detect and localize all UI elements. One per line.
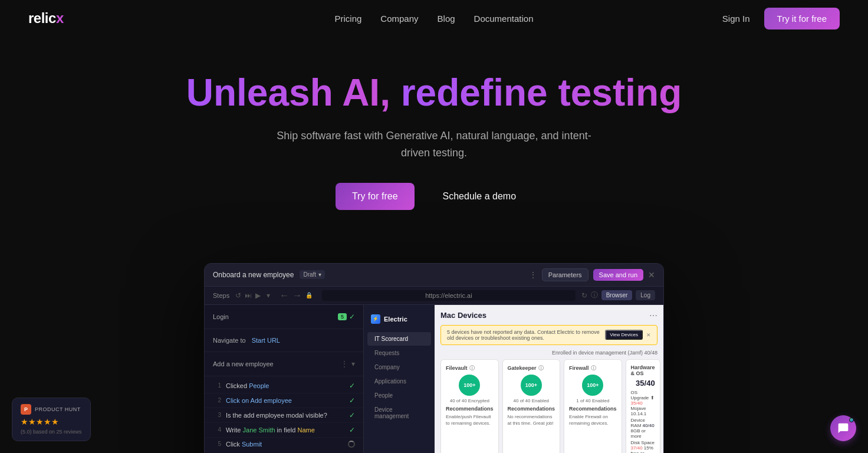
step-4-text: Write Jane Smith in field Name <box>226 426 344 434</box>
browser-view-button[interactable]: Browser <box>601 290 633 300</box>
demo-toolbar: Steps ↺ ⏭ ▶ ▾ ← → 🔒 https://electric.ai … <box>205 287 663 305</box>
gatekeeper-card: Gatekeeper ⓘ 100+ 40 of 40 Enabled Recom… <box>502 359 561 453</box>
gatekeeper-title: Gatekeeper ⓘ <box>508 365 555 372</box>
step-1-check-icon: ✓ <box>349 382 355 390</box>
firewall-card: Firewall ⓘ 100+ 1 of 40 Enabled Recommen… <box>564 359 622 453</box>
step-4-num: 4 <box>213 426 221 433</box>
mac-devices-header: Mac Devices ⋯ <box>440 311 657 320</box>
expand-icon[interactable]: ⋮ <box>341 360 348 368</box>
step-1-text: Clicked People <box>226 382 344 389</box>
demo-right-panel: ⚡ Electric IT Scorecard Requests Company… <box>364 305 663 453</box>
toolbar-right: ↻ ⓘ Browser Log <box>581 290 655 300</box>
info-icon[interactable]: ⓘ <box>591 290 598 300</box>
mac-more-icon[interactable]: ⋯ <box>649 311 657 320</box>
nav-try-free-button[interactable]: Try it for free <box>764 8 840 29</box>
back-icon[interactable]: ← <box>280 290 289 301</box>
ph-logo-icon: P <box>21 404 31 415</box>
login-check-icon: ✓ <box>349 313 355 321</box>
hero-title-plain: Unleash AI, <box>186 71 390 114</box>
filevault-recommendations: Recommendations Enable/push Filevault to… <box>446 406 494 426</box>
demo-title-text: Onboard a new employee <box>213 271 294 279</box>
step-5: 5 Click Submit <box>205 438 363 451</box>
nav-blog[interactable]: Blog <box>438 14 455 24</box>
hero-section: Unleash AI, redefine testing Ship softwa… <box>0 37 868 263</box>
nav-pricing[interactable]: Pricing <box>335 14 362 24</box>
electric-nav-scorecard[interactable]: IT Scorecard <box>367 332 431 346</box>
firewall-label: 1 of 40 Enabled <box>569 398 617 403</box>
filevault-info-icon: ⓘ <box>469 365 475 372</box>
nav-right: Sign In Try it for free <box>722 8 840 29</box>
electric-logo-icon: ⚡ <box>371 314 380 324</box>
mac-alert-close-icon[interactable]: ✕ <box>646 332 651 338</box>
firewall-title: Firewall ⓘ <box>569 365 617 372</box>
mac-view-devices-button[interactable]: View Devices <box>605 330 643 340</box>
firewall-recommendations: Recommendations Enable Firewall on remai… <box>569 406 617 426</box>
gatekeeper-label: 40 of 40 Enabled <box>508 398 555 403</box>
hero-subtitle: Ship software fast with Generative AI, n… <box>269 127 599 162</box>
hero-buttons: Try for free Schedule a demo <box>28 183 840 210</box>
step-1: 1 Clicked People ✓ <box>205 379 363 393</box>
login-actions: 5 ✓ <box>338 313 355 321</box>
chevron-down-icon-add[interactable]: ▾ <box>351 360 355 368</box>
electric-nav-applications[interactable]: Applications <box>367 375 431 388</box>
hero-title-gradient: redefine testing <box>401 71 682 114</box>
nav-documentation[interactable]: Documentation <box>474 14 534 24</box>
parameters-button[interactable]: Parameters <box>542 268 588 281</box>
more-options-icon[interactable]: ⋮ <box>529 270 537 280</box>
step-1-num: 1 <box>213 382 221 389</box>
reload-icon[interactable]: ↻ <box>581 291 587 300</box>
navigate-link[interactable]: Start URL <box>252 337 280 344</box>
step-3: 3 Is the add employee modal visible? ✓ <box>205 408 363 423</box>
sign-in-link[interactable]: Sign In <box>722 14 750 24</box>
demo-body: Login 5 ✓ Navigate to Start URL <box>205 305 663 453</box>
step-5-spinner-icon <box>348 441 355 448</box>
url-bar[interactable]: https://electric.ai <box>322 290 575 301</box>
step-2-num: 2 <box>213 397 221 403</box>
demo-title-left: Onboard a new employee Draft ▾ <box>213 270 325 279</box>
add-employee-actions: ⋮ ▾ <box>341 360 355 368</box>
play-icon[interactable]: ▶ <box>255 291 261 300</box>
hardware-os-card: Hardware & OS 35/40 OS Upgrade ⬆ 35/40 M… <box>626 359 660 453</box>
login-section: Login 5 ✓ <box>205 305 363 329</box>
login-label: Login <box>213 313 229 320</box>
step-3-text: Is the add employee modal visible? <box>226 412 344 419</box>
navigate-label: Navigate to <box>213 337 246 344</box>
hardware-os-items: OS Upgrade ⬆ 35/40 Mojave 10.14.1 Device… <box>631 390 655 453</box>
skip-icon[interactable]: ⏭ <box>245 291 252 300</box>
log-view-button[interactable]: Log <box>636 290 655 300</box>
electric-nav-device-management[interactable]: Device management <box>367 403 431 423</box>
demo-title-right: ⋮ Parameters Save and run ✕ <box>529 268 655 281</box>
nav-company[interactable]: Company <box>380 14 418 24</box>
demo-left-panel: Login 5 ✓ Navigate to Start URL <box>205 305 364 453</box>
step-4-check-icon: ✓ <box>349 426 355 434</box>
mac-cards-grid: Filevault ⓘ 100+ 40 of 40 Encrypted Reco… <box>440 359 657 453</box>
ph-label: PRODUCT HUNT <box>35 406 81 412</box>
electric-main: Mac Devices ⋯ 5 devices have not reporte… <box>435 305 663 453</box>
electric-nav-company[interactable]: Company <box>367 360 431 374</box>
forward-icon[interactable]: → <box>292 290 302 301</box>
hardware-os-score: 35/40 <box>631 379 655 388</box>
electric-nav-requests[interactable]: Requests <box>367 346 431 360</box>
hero-try-free-button[interactable]: Try for free <box>336 183 415 210</box>
chat-button[interactable] <box>830 415 856 441</box>
ai-badge-icon <box>849 418 854 422</box>
mac-devices-title: Mac Devices <box>440 311 486 320</box>
refresh-icon[interactable]: ↺ <box>235 291 241 300</box>
add-employee-section-header: Add a new employee ⋮ ▾ <box>205 352 363 376</box>
step-2: 2 Click on Add employee ✓ <box>205 393 363 408</box>
filevault-label: 40 of 40 Encrypted <box>446 398 494 403</box>
close-icon[interactable]: ✕ <box>648 270 655 280</box>
draft-badge: Draft ▾ <box>300 270 325 279</box>
navigate-section: Navigate to Start URL <box>205 329 363 352</box>
chat-icon <box>837 422 849 434</box>
hero-title: Unleash AI, redefine testing <box>28 72 840 113</box>
electric-nav-people[interactable]: People <box>367 389 431 402</box>
electric-logo: ⚡ Electric <box>364 311 435 327</box>
hero-schedule-demo-button[interactable]: Schedule a demo <box>426 183 533 210</box>
save-and-run-button[interactable]: Save and run <box>593 269 643 281</box>
steps-list: 1 Clicked People ✓ 2 Click on Add employ… <box>205 376 363 453</box>
ph-stars: ★★★★★ <box>21 417 82 426</box>
product-hunt-widget[interactable]: P PRODUCT HUNT ★★★★★ (5.0) based on 25 r… <box>12 398 91 441</box>
navbar: relicx Pricing Company Blog Documentatio… <box>0 0 868 37</box>
electric-sidebar: ⚡ Electric IT Scorecard Requests Company… <box>364 305 435 453</box>
